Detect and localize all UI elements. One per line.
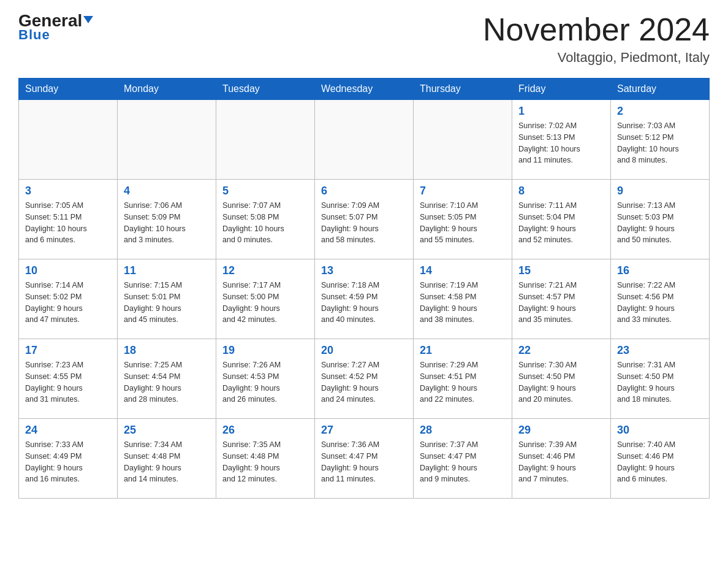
day-info: Sunrise: 7:05 AMSunset: 5:11 PMDaylight:… [25, 200, 111, 246]
table-row: 24Sunrise: 7:33 AMSunset: 4:49 PMDayligh… [19, 419, 118, 499]
table-row: 23Sunrise: 7:31 AMSunset: 4:50 PMDayligh… [611, 339, 710, 419]
day-number: 3 [25, 185, 111, 197]
day-number: 21 [420, 344, 506, 357]
table-row: 27Sunrise: 7:36 AMSunset: 4:47 PMDayligh… [315, 419, 414, 499]
day-info: Sunrise: 7:21 AMSunset: 4:57 PMDaylight:… [518, 280, 604, 326]
table-row: 2Sunrise: 7:03 AMSunset: 5:12 PMDaylight… [611, 100, 710, 180]
day-info: Sunrise: 7:34 AMSunset: 4:48 PMDaylight:… [124, 439, 210, 485]
table-row: 22Sunrise: 7:30 AMSunset: 4:50 PMDayligh… [512, 339, 611, 419]
table-row: 16Sunrise: 7:22 AMSunset: 4:56 PMDayligh… [611, 259, 710, 339]
table-row: 14Sunrise: 7:19 AMSunset: 4:58 PMDayligh… [414, 259, 512, 339]
table-row: 29Sunrise: 7:39 AMSunset: 4:46 PMDayligh… [512, 419, 611, 499]
day-number: 5 [222, 185, 308, 197]
calendar-week-row: 24Sunrise: 7:33 AMSunset: 4:49 PMDayligh… [19, 419, 710, 499]
day-info: Sunrise: 7:22 AMSunset: 4:56 PMDaylight:… [617, 280, 703, 326]
day-info: Sunrise: 7:09 AMSunset: 5:07 PMDaylight:… [321, 200, 407, 246]
day-number: 25 [124, 424, 210, 437]
table-row: 15Sunrise: 7:21 AMSunset: 4:57 PMDayligh… [512, 259, 611, 339]
day-info: Sunrise: 7:13 AMSunset: 5:03 PMDaylight:… [617, 200, 703, 246]
day-info: Sunrise: 7:31 AMSunset: 4:50 PMDaylight:… [617, 359, 703, 405]
table-row: 1Sunrise: 7:02 AMSunset: 5:13 PMDaylight… [512, 100, 611, 180]
table-row: 28Sunrise: 7:37 AMSunset: 4:47 PMDayligh… [414, 419, 512, 499]
day-number: 7 [420, 185, 506, 197]
day-info: Sunrise: 7:29 AMSunset: 4:51 PMDaylight:… [420, 359, 506, 405]
table-row: 4Sunrise: 7:06 AMSunset: 5:09 PMDaylight… [118, 180, 216, 259]
day-number: 14 [420, 264, 506, 277]
col-monday: Monday [118, 79, 216, 100]
day-number: 24 [25, 424, 111, 437]
day-number: 18 [124, 344, 210, 357]
day-info: Sunrise: 7:11 AMSunset: 5:04 PMDaylight:… [518, 200, 604, 246]
day-info: Sunrise: 7:07 AMSunset: 5:08 PMDaylight:… [222, 200, 308, 246]
table-row: 5Sunrise: 7:07 AMSunset: 5:08 PMDaylight… [216, 180, 315, 259]
location: Voltaggio, Piedmont, Italy [483, 50, 710, 66]
day-info: Sunrise: 7:14 AMSunset: 5:02 PMDaylight:… [25, 280, 111, 326]
table-row: 10Sunrise: 7:14 AMSunset: 5:02 PMDayligh… [19, 259, 118, 339]
table-row: 6Sunrise: 7:09 AMSunset: 5:07 PMDaylight… [315, 180, 414, 259]
col-thursday: Thursday [414, 79, 512, 100]
day-info: Sunrise: 7:30 AMSunset: 4:50 PMDaylight:… [518, 359, 604, 405]
table-row [414, 100, 512, 180]
day-number: 6 [321, 185, 407, 197]
day-number: 10 [25, 264, 111, 277]
table-row: 21Sunrise: 7:29 AMSunset: 4:51 PMDayligh… [414, 339, 512, 419]
logo-blue: Blue [18, 27, 50, 43]
day-info: Sunrise: 7:06 AMSunset: 5:09 PMDaylight:… [124, 200, 210, 246]
table-row: 12Sunrise: 7:17 AMSunset: 5:00 PMDayligh… [216, 259, 315, 339]
day-number: 16 [617, 264, 703, 277]
day-info: Sunrise: 7:02 AMSunset: 5:13 PMDaylight:… [518, 120, 604, 166]
logo: General Blue [18, 12, 93, 43]
day-info: Sunrise: 7:33 AMSunset: 4:49 PMDaylight:… [25, 439, 111, 485]
table-row: 20Sunrise: 7:27 AMSunset: 4:52 PMDayligh… [315, 339, 414, 419]
day-number: 17 [25, 344, 111, 357]
day-number: 26 [222, 424, 308, 437]
day-number: 19 [222, 344, 308, 357]
day-info: Sunrise: 7:36 AMSunset: 4:47 PMDaylight:… [321, 439, 407, 485]
day-info: Sunrise: 7:10 AMSunset: 5:05 PMDaylight:… [420, 200, 506, 246]
day-number: 2 [617, 105, 703, 118]
table-row: 11Sunrise: 7:15 AMSunset: 5:01 PMDayligh… [118, 259, 216, 339]
day-number: 9 [617, 185, 703, 197]
page-header: General Blue November 2024 Voltaggio, Pi… [18, 12, 710, 66]
table-row: 3Sunrise: 7:05 AMSunset: 5:11 PMDaylight… [19, 180, 118, 259]
month-title: November 2024 [483, 12, 710, 47]
day-number: 4 [124, 185, 210, 197]
table-row [19, 100, 118, 180]
table-row: 19Sunrise: 7:26 AMSunset: 4:53 PMDayligh… [216, 339, 315, 419]
day-info: Sunrise: 7:17 AMSunset: 5:00 PMDaylight:… [222, 280, 308, 326]
table-row: 30Sunrise: 7:40 AMSunset: 4:46 PMDayligh… [611, 419, 710, 499]
calendar-week-row: 3Sunrise: 7:05 AMSunset: 5:11 PMDaylight… [19, 180, 710, 259]
table-row: 17Sunrise: 7:23 AMSunset: 4:55 PMDayligh… [19, 339, 118, 419]
day-number: 1 [518, 105, 604, 118]
day-number: 11 [124, 264, 210, 277]
day-number: 27 [321, 424, 407, 437]
day-info: Sunrise: 7:35 AMSunset: 4:48 PMDaylight:… [222, 439, 308, 485]
day-info: Sunrise: 7:39 AMSunset: 4:46 PMDaylight:… [518, 439, 604, 485]
day-info: Sunrise: 7:19 AMSunset: 4:58 PMDaylight:… [420, 280, 506, 326]
col-tuesday: Tuesday [216, 79, 315, 100]
calendar-week-row: 1Sunrise: 7:02 AMSunset: 5:13 PMDaylight… [19, 100, 710, 180]
day-number: 23 [617, 344, 703, 357]
calendar-header-row: Sunday Monday Tuesday Wednesday Thursday… [19, 79, 710, 100]
day-info: Sunrise: 7:27 AMSunset: 4:52 PMDaylight:… [321, 359, 407, 405]
table-row: 26Sunrise: 7:35 AMSunset: 4:48 PMDayligh… [216, 419, 315, 499]
col-saturday: Saturday [611, 79, 710, 100]
calendar-week-row: 10Sunrise: 7:14 AMSunset: 5:02 PMDayligh… [19, 259, 710, 339]
day-number: 22 [518, 344, 604, 357]
col-friday: Friday [512, 79, 611, 100]
table-row: 18Sunrise: 7:25 AMSunset: 4:54 PMDayligh… [118, 339, 216, 419]
day-info: Sunrise: 7:03 AMSunset: 5:12 PMDaylight:… [617, 120, 703, 166]
table-row: 25Sunrise: 7:34 AMSunset: 4:48 PMDayligh… [118, 419, 216, 499]
day-number: 28 [420, 424, 506, 437]
day-number: 30 [617, 424, 703, 437]
logo-triangle-icon [83, 16, 93, 23]
col-wednesday: Wednesday [315, 79, 414, 100]
day-number: 29 [518, 424, 604, 437]
day-info: Sunrise: 7:18 AMSunset: 4:59 PMDaylight:… [321, 280, 407, 326]
day-number: 15 [518, 264, 604, 277]
day-info: Sunrise: 7:15 AMSunset: 5:01 PMDaylight:… [124, 280, 210, 326]
calendar-table: Sunday Monday Tuesday Wednesday Thursday… [18, 78, 710, 499]
day-info: Sunrise: 7:26 AMSunset: 4:53 PMDaylight:… [222, 359, 308, 405]
table-row [118, 100, 216, 180]
day-info: Sunrise: 7:23 AMSunset: 4:55 PMDaylight:… [25, 359, 111, 405]
